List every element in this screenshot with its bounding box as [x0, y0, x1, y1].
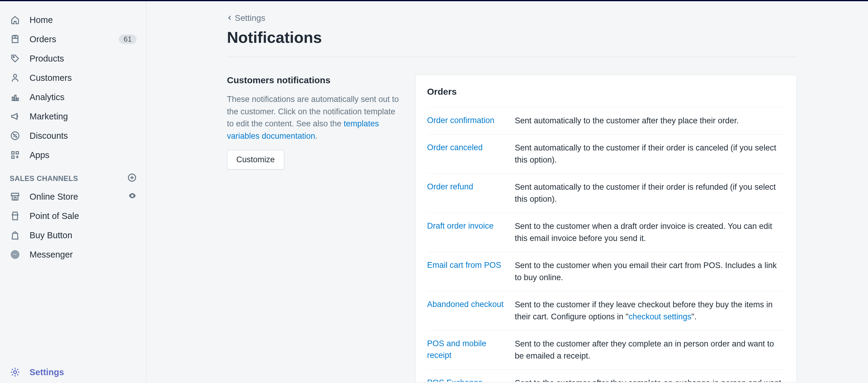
- notification-link[interactable]: Email cart from POS: [427, 259, 504, 284]
- notification-row: Draft order invoiceSent to the customer …: [427, 213, 785, 252]
- notification-description: Sent to the customer after they complete…: [515, 377, 785, 382]
- notification-description: Sent to the customer if they leave check…: [515, 299, 785, 323]
- section-description-text: These notifications are automatically se…: [227, 93, 404, 142]
- sidebar-channel-pos[interactable]: Point of Sale: [0, 206, 146, 226]
- sidebar-item-settings[interactable]: Settings: [0, 362, 146, 382]
- sidebar-item-label: Point of Sale: [30, 211, 136, 221]
- gear-icon: [10, 367, 21, 378]
- notification-link[interactable]: POS and mobile receipt: [427, 338, 504, 362]
- pos-icon: [10, 210, 21, 222]
- sidebar-item-label: Home: [30, 15, 136, 25]
- sidebar-item-label: Customers: [30, 73, 136, 83]
- notification-row: POS and mobile receiptSent to the custom…: [427, 330, 785, 370]
- sidebar-channel-buy-button[interactable]: Buy Button: [0, 226, 146, 245]
- sidebar: HomeOrders61ProductsCustomersAnalyticsMa…: [0, 1, 147, 382]
- svg-rect-3: [14, 95, 16, 101]
- badge: 61: [119, 34, 136, 44]
- notification-description: Sent automatically to the customer if th…: [515, 181, 785, 205]
- bag-icon: [10, 230, 21, 241]
- notification-link[interactable]: Order canceled: [427, 142, 504, 166]
- sidebar-item-label: Messenger: [30, 250, 136, 260]
- svg-rect-14: [14, 197, 16, 200]
- apps-icon: [10, 150, 21, 160]
- sidebar-item-label: Online Store: [30, 192, 119, 202]
- notification-link[interactable]: Abandoned checkout: [427, 299, 504, 323]
- customize-button[interactable]: Customize: [227, 150, 284, 170]
- sidebar-item-label: Analytics: [30, 92, 136, 102]
- svg-rect-4: [17, 98, 19, 100]
- svg-rect-2: [12, 97, 13, 100]
- messenger-icon: [10, 249, 21, 260]
- settings-label: Settings: [30, 367, 136, 377]
- sidebar-item-label: Apps: [30, 150, 136, 160]
- svg-point-7: [16, 136, 17, 137]
- sidebar-item-label: Products: [30, 54, 136, 64]
- svg-rect-10: [12, 156, 14, 158]
- notification-link[interactable]: Draft order invoice: [427, 220, 504, 244]
- sidebar-item-products[interactable]: Products: [0, 49, 146, 68]
- notification-link[interactable]: Order refund: [427, 181, 504, 205]
- sidebar-channel-messenger[interactable]: Messenger: [0, 245, 146, 264]
- svg-rect-8: [12, 152, 14, 154]
- analytics-icon: [10, 92, 21, 102]
- sidebar-item-label: Discounts: [30, 131, 136, 141]
- notification-description: Sent to the customer when you email thei…: [515, 259, 785, 284]
- svg-point-16: [13, 371, 17, 374]
- main-content: Settings Notifications Customers notific…: [147, 1, 868, 382]
- svg-rect-9: [16, 152, 19, 154]
- breadcrumb-label: Settings: [235, 13, 265, 23]
- svg-point-6: [13, 134, 14, 135]
- products-icon: [10, 53, 21, 64]
- card-heading: Orders: [427, 87, 785, 97]
- checkout-settings-link[interactable]: checkout settings: [628, 312, 691, 321]
- notification-row: POS Exchange ReceiptSent to the customer…: [427, 370, 785, 382]
- notification-row: Order confirmationSent automatically to …: [427, 107, 785, 134]
- home-icon: [10, 14, 21, 25]
- sidebar-item-label: Buy Button: [30, 230, 136, 240]
- sidebar-item-orders[interactable]: Orders61: [0, 30, 146, 49]
- customers-icon: [10, 72, 21, 83]
- sales-channels-header: SALES CHANNELS: [0, 165, 146, 187]
- notification-row: Order refundSent automatically to the cu…: [427, 173, 785, 213]
- sidebar-item-label: Marketing: [30, 112, 136, 121]
- sidebar-item-label: Orders: [30, 34, 110, 44]
- notification-link[interactable]: Order confirmation: [427, 115, 504, 127]
- section-heading: Customers notifications: [227, 75, 404, 85]
- add-channel-icon[interactable]: [127, 173, 136, 184]
- svg-point-0: [13, 56, 14, 58]
- discounts-icon: [10, 130, 21, 141]
- orders-icon: [10, 34, 21, 45]
- chevron-left-icon: [227, 13, 233, 23]
- notification-description: Sent automatically to the customer if th…: [515, 142, 785, 166]
- store-icon: [10, 191, 21, 202]
- svg-point-1: [13, 74, 17, 77]
- breadcrumb[interactable]: Settings: [227, 13, 797, 23]
- marketing-icon: [10, 111, 21, 122]
- notification-description: Sent to the customer after they complete…: [515, 338, 785, 362]
- sidebar-channel-online-store[interactable]: Online Store: [0, 187, 146, 206]
- eye-icon[interactable]: [128, 192, 136, 202]
- sidebar-item-customers[interactable]: Customers: [0, 68, 146, 87]
- sidebar-item-discounts[interactable]: Discounts: [0, 126, 146, 145]
- notification-row: Order canceledSent automatically to the …: [427, 134, 785, 173]
- sidebar-item-home[interactable]: Home: [0, 10, 146, 30]
- sidebar-item-analytics[interactable]: Analytics: [0, 87, 146, 107]
- notification-link[interactable]: POS Exchange Receipt: [427, 377, 504, 382]
- notification-description: Sent to the customer when a draft order …: [515, 220, 785, 244]
- page-title: Notifications: [227, 28, 797, 57]
- notification-row: Abandoned checkoutSent to the customer i…: [427, 291, 785, 330]
- sales-channels-label: SALES CHANNELS: [10, 174, 78, 183]
- section-description: Customers notifications These notificati…: [227, 75, 404, 382]
- orders-card: Orders Order confirmationSent automatica…: [415, 75, 797, 382]
- notification-row: Email cart from POSSent to the customer …: [427, 252, 785, 291]
- sidebar-item-marketing[interactable]: Marketing: [0, 107, 146, 126]
- sidebar-item-apps[interactable]: Apps: [0, 145, 146, 165]
- notification-description: Sent automatically to the customer after…: [515, 115, 785, 127]
